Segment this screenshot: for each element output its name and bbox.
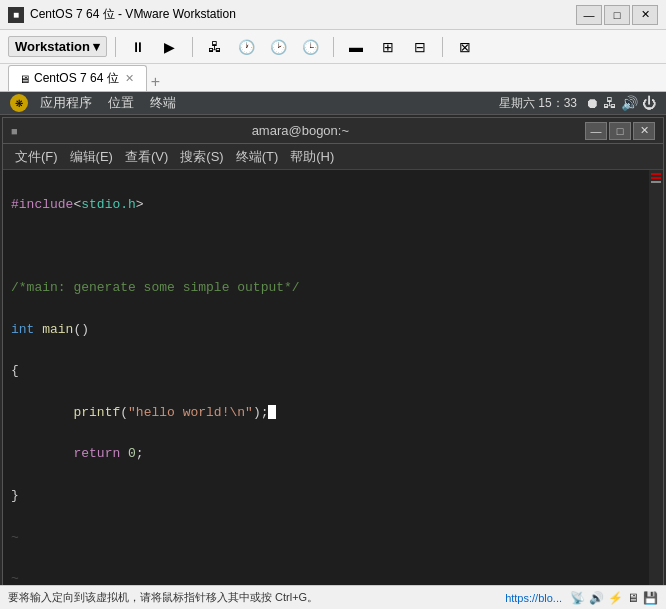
tab-label: CentOS 7 64 位: [34, 70, 119, 87]
dropdown-arrow-icon: ▾: [93, 39, 100, 54]
snapshot-icon: 🕐: [238, 39, 255, 55]
network-tray-icon: 🖧: [603, 95, 617, 111]
inner-window-title: amara@bogon:~: [18, 123, 583, 138]
snapshot2-btn[interactable]: 🕒: [297, 35, 325, 59]
display-btn[interactable]: ▬: [342, 35, 370, 59]
vmware-status-strip: 要将输入定向到该虚拟机，请将鼠标指针移入其中或按 Ctrl+G。 https:/…: [0, 585, 666, 609]
toolbar-divider-3: [333, 37, 334, 57]
tab-icon: 🖥: [19, 73, 30, 85]
inner-title-bar: ■ amara@bogon:~ — □ ✕: [3, 118, 663, 144]
snapshot-btn[interactable]: 🕐: [233, 35, 261, 59]
terminal-menu-item[interactable]: 终端: [146, 92, 180, 114]
file-menu[interactable]: 文件(F): [11, 146, 62, 168]
close-button[interactable]: ✕: [632, 5, 658, 25]
window-title: CentOS 7 64 位 - VMware Workstation: [30, 6, 576, 23]
workstation-menu-button[interactable]: Workstation ▾: [8, 36, 107, 57]
vm-tab[interactable]: 🖥 CentOS 7 64 位 ✕: [8, 65, 147, 91]
code-line-4: int main(): [11, 320, 641, 341]
code-line-1: #include<stdio.h>: [11, 195, 641, 216]
minimize-button[interactable]: —: [576, 5, 602, 25]
status-link[interactable]: https://blo...: [505, 592, 562, 604]
network-icon: 🖧: [208, 39, 222, 55]
search-menu[interactable]: 搜索(S): [176, 146, 227, 168]
view-menu[interactable]: 查看(V): [121, 146, 172, 168]
pause-button[interactable]: ⏸: [124, 35, 152, 59]
terminal-window: ■ amara@bogon:~ — □ ✕ 文件(F) 编辑(E) 查看(V) …: [2, 117, 664, 585]
guest-os-toolbar: ❋ 应用程序 位置 终端 星期六 15：33 ⏺ 🖧 🔊 ⏻: [0, 92, 666, 115]
toolbar-btn-2[interactable]: ▶: [156, 35, 184, 59]
code-line-6: printf("hello world!\n");: [11, 403, 641, 424]
app-icon: ■: [8, 7, 24, 23]
tray-icon-3[interactable]: ⚡: [608, 591, 623, 605]
maximize-button[interactable]: □: [604, 5, 630, 25]
code-line-2: [11, 236, 641, 257]
system-time: 星期六 15：33 ⏺ 🖧 🔊 ⏻: [499, 95, 656, 112]
help-menu[interactable]: 帮助(H): [286, 146, 338, 168]
code-line-tilde-2: ~: [11, 569, 641, 585]
tray-icon-2[interactable]: 🔊: [589, 591, 604, 605]
title-bar: ■ CentOS 7 64 位 - VMware Workstation — □…: [0, 0, 666, 30]
inner-close-btn[interactable]: ✕: [633, 122, 655, 140]
inner-maximize-btn[interactable]: □: [609, 122, 631, 140]
code-line-8: }: [11, 486, 641, 507]
toolbar-divider-2: [192, 37, 193, 57]
camera-icon: 🕒: [302, 39, 319, 55]
main-window: ■ CentOS 7 64 位 - VMware Workstation — □…: [0, 0, 666, 609]
toolbar-divider-1: [115, 37, 116, 57]
app-menu-item[interactable]: 应用程序: [36, 92, 96, 114]
right-hint-bar: [649, 170, 663, 585]
display-icon: ▬: [349, 39, 363, 55]
hint-bar-indicator-1: [651, 173, 661, 175]
full-screen-icon: ⊞: [382, 39, 394, 55]
stretch-icon: ⊟: [414, 39, 426, 55]
tray-icon-5[interactable]: 💾: [643, 591, 658, 605]
code-line-3: /*main: generate some simple output*/: [11, 278, 641, 299]
code-line-7: return 0;: [11, 444, 641, 465]
revert-icon: 🕑: [270, 39, 287, 55]
usb-btn[interactable]: ⊠: [451, 35, 479, 59]
window-controls: — □ ✕: [576, 5, 658, 25]
guest-icon-symbol: ❋: [15, 98, 23, 109]
inner-menu-bar: 文件(F) 编辑(E) 查看(V) 搜索(S) 终端(T) 帮助(H): [3, 144, 663, 170]
edit-menu[interactable]: 编辑(E): [66, 146, 117, 168]
vmware-toolbar: Workstation ▾ ⏸ ▶ 🖧 🕐 🕑 🕒 ▬ ⊞ ⊟: [0, 30, 666, 64]
tray-icon-1[interactable]: 📡: [570, 591, 585, 605]
hint-bar-indicator-2: [651, 177, 661, 179]
terminal-menu[interactable]: 终端(T): [232, 146, 283, 168]
record-icon: ⏺: [585, 95, 599, 111]
tray-icon-4[interactable]: 🖥: [627, 591, 639, 605]
vm-content-area: ❋ 应用程序 位置 终端 星期六 15：33 ⏺ 🖧 🔊 ⏻ ■ amara@b…: [0, 92, 666, 585]
tab-bar: 🖥 CentOS 7 64 位 ✕ +: [0, 64, 666, 92]
time-display: 星期六 15：33: [499, 95, 577, 112]
power-icon: ⏻: [642, 95, 656, 111]
full-screen-btn[interactable]: ⊞: [374, 35, 402, 59]
play-icon: ▶: [164, 39, 175, 55]
hint-bar-indicator-3: [651, 181, 661, 183]
tab-close-button[interactable]: ✕: [123, 72, 136, 85]
inner-minimize-btn[interactable]: —: [585, 122, 607, 140]
tray-area: 📡 🔊 ⚡ 🖥 💾: [570, 591, 658, 605]
pause-icon: ⏸: [131, 39, 145, 55]
usb-icon: ⊠: [459, 39, 471, 55]
code-line-tilde-1: ~: [11, 528, 641, 549]
tray-icons: ⏺ 🖧 🔊 ⏻: [585, 95, 656, 111]
revert-btn[interactable]: 🕑: [265, 35, 293, 59]
code-editor[interactable]: #include<stdio.h> /*main: generate some …: [3, 170, 663, 585]
stretch-btn[interactable]: ⊟: [406, 35, 434, 59]
code-text[interactable]: #include<stdio.h> /*main: generate some …: [3, 170, 649, 585]
location-menu-item[interactable]: 位置: [104, 92, 138, 114]
network-icon-btn[interactable]: 🖧: [201, 35, 229, 59]
toolbar-divider-4: [442, 37, 443, 57]
code-line-5: {: [11, 361, 641, 382]
inner-app-icon: ■: [11, 125, 18, 137]
status-message: 要将输入定向到该虚拟机，请将鼠标指针移入其中或按 Ctrl+G。: [8, 590, 318, 605]
volume-icon: 🔊: [621, 95, 638, 111]
guest-app-icon: ❋: [10, 94, 28, 112]
add-tab-button[interactable]: +: [151, 73, 160, 91]
workstation-label: Workstation: [15, 39, 90, 54]
